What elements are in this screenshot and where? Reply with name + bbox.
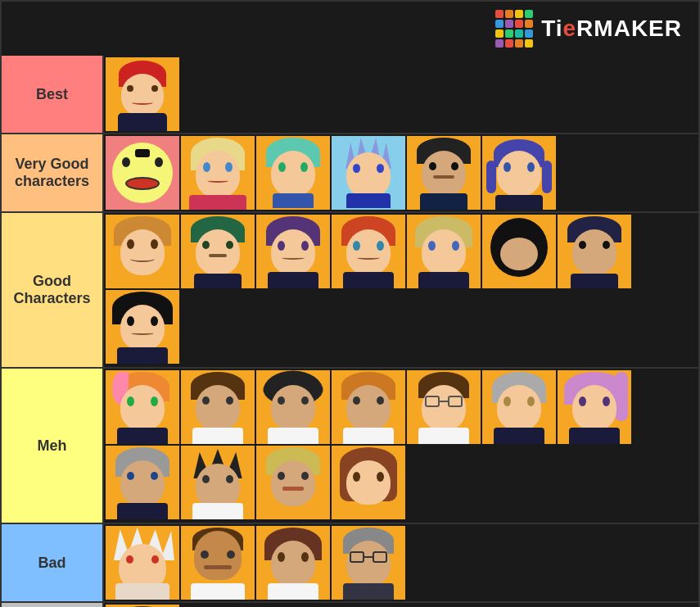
tier-label-good: Good Characters bbox=[2, 213, 104, 367]
list-item bbox=[181, 526, 255, 600]
tier-row-best: Best bbox=[2, 56, 698, 134]
list-item bbox=[256, 370, 330, 444]
tier-cards-good bbox=[104, 213, 698, 367]
logo-text: TieRMAKER bbox=[541, 16, 682, 42]
tier-row-good: Good Characters bbox=[2, 213, 698, 369]
list-item bbox=[332, 370, 405, 444]
list-item bbox=[181, 446, 255, 519]
tier-cards-idk bbox=[104, 603, 698, 607]
list-item bbox=[256, 446, 330, 519]
tier-row-bad: Bad bbox=[2, 524, 698, 603]
list-item bbox=[106, 136, 179, 210]
list-item bbox=[106, 446, 179, 519]
list-item bbox=[181, 370, 255, 444]
list-item bbox=[407, 136, 481, 210]
tier-row-meh: Meh bbox=[2, 369, 698, 524]
tier-cards-best bbox=[104, 56, 698, 133]
list-item bbox=[256, 215, 330, 288]
tier-label-idk: IDK bbox=[2, 603, 104, 607]
tier-cards-meh bbox=[104, 369, 698, 523]
list-item bbox=[106, 215, 179, 288]
list-item bbox=[256, 526, 330, 600]
list-item bbox=[106, 370, 179, 444]
list-item bbox=[558, 215, 631, 288]
list-item bbox=[106, 57, 179, 131]
list-item bbox=[407, 370, 481, 444]
list-item bbox=[482, 215, 556, 288]
list-item bbox=[332, 526, 405, 600]
list-item bbox=[407, 215, 481, 288]
header: TieRMAKER bbox=[2, 2, 698, 56]
list-item bbox=[256, 136, 330, 210]
logo-grid bbox=[495, 10, 533, 48]
list-item bbox=[106, 290, 179, 364]
tier-row-very-good: Very Good characters bbox=[2, 134, 698, 213]
tier-cards-bad bbox=[104, 524, 698, 601]
list-item bbox=[482, 370, 556, 444]
list-item bbox=[482, 136, 556, 210]
list-item bbox=[332, 136, 405, 210]
tier-label-bad: Bad bbox=[2, 524, 104, 601]
tier-row-idk: IDK bbox=[2, 603, 698, 607]
tier-label-meh: Meh bbox=[2, 369, 104, 523]
list-item bbox=[181, 215, 255, 288]
list-item bbox=[332, 215, 405, 288]
list-item bbox=[106, 526, 179, 600]
tier-label-very-good: Very Good characters bbox=[2, 134, 104, 211]
tier-list: TieRMAKER Best bbox=[0, 0, 700, 607]
list-item bbox=[558, 370, 631, 444]
tier-label-best: Best bbox=[2, 56, 104, 133]
list-item bbox=[332, 446, 405, 519]
list-item bbox=[181, 136, 255, 210]
tier-cards-very-good bbox=[104, 134, 698, 211]
